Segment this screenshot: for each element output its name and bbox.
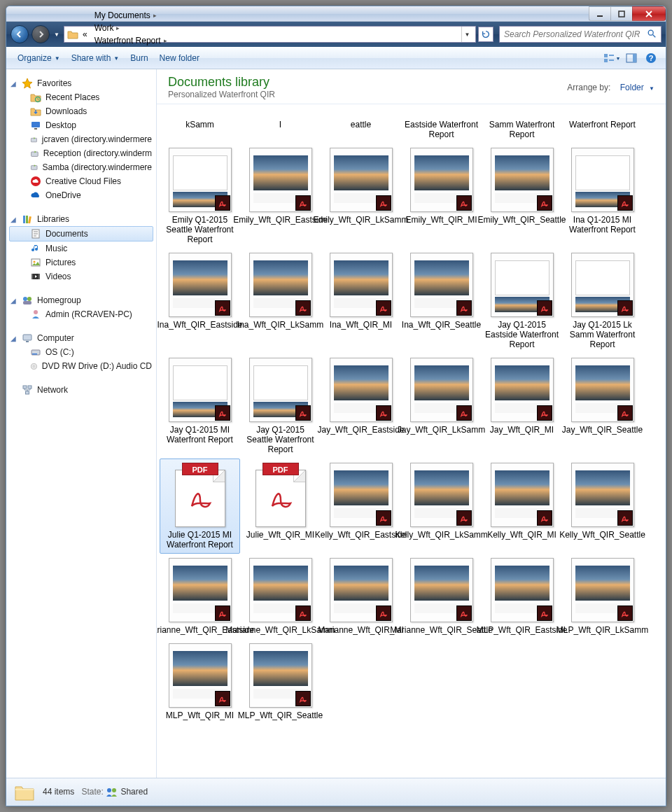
history-drop[interactable]: ▼ xyxy=(52,31,61,38)
crumb[interactable]: Work▸ xyxy=(92,22,211,34)
file-item-header[interactable]: I xyxy=(240,106,321,144)
file-item[interactable]: Kelly_Wft_QIR_Seattle xyxy=(562,458,643,554)
file-item-header[interactable]: eattle xyxy=(321,106,401,144)
newfolder-button[interactable]: New folder xyxy=(154,50,205,66)
sidebar-item[interactable]: Pictures xyxy=(9,255,153,270)
acrobat-icon xyxy=(267,484,295,514)
item-icon xyxy=(30,190,41,201)
search-box[interactable] xyxy=(499,26,662,43)
file-item-header[interactable]: kSamm xyxy=(160,106,240,144)
file-name: MLP_Wft_QIR_Seattle xyxy=(237,710,324,720)
crumb[interactable]: Waterfront Report▸ xyxy=(92,34,211,47)
svg-rect-11 xyxy=(34,128,37,130)
favorites-header[interactable]: ◢Favorites xyxy=(9,76,153,90)
sidebar-item[interactable]: Videos xyxy=(9,270,153,284)
help-button[interactable]: ? xyxy=(642,50,660,66)
network-header[interactable]: ◢Network xyxy=(9,383,153,397)
close-button[interactable] xyxy=(632,6,666,21)
maximize-button[interactable] xyxy=(610,6,633,21)
file-item[interactable]: Kelly_Wft_QIR_MI xyxy=(482,458,562,554)
file-item[interactable]: Emily Q1-2015 Seattle Waterfront Report xyxy=(160,144,240,248)
preview-pane-button[interactable] xyxy=(622,50,640,66)
file-name: I xyxy=(278,120,283,130)
forward-button[interactable] xyxy=(31,25,50,43)
arrange-by[interactable]: Arrange by: Folder ▼ xyxy=(567,83,654,92)
file-item[interactable]: Emily_Wft_QIR_LkSamm xyxy=(321,144,401,248)
file-item[interactable]: Jay Q1-2015 Eastside Waterfront Report xyxy=(482,248,562,354)
svg-point-39 xyxy=(112,788,116,792)
homegroup-group: ◢Homegroup Admin (RCRAVEN-PC) xyxy=(9,293,153,321)
file-name: Kelly_Wft_QIR_LkSamm xyxy=(393,530,489,540)
sidebar-item[interactable]: Music xyxy=(9,241,153,255)
file-item[interactable]: Emily_Wft_QIR_Seattle xyxy=(482,144,562,248)
file-item[interactable]: Ina_Wft_QIR_Seattle xyxy=(401,248,482,354)
homegroup-header[interactable]: ◢Homegroup xyxy=(9,293,153,307)
file-item[interactable]: Emily_Wft_QIR_MI xyxy=(401,144,482,248)
sidebar-item[interactable]: OneDrive xyxy=(9,188,153,202)
file-item[interactable]: PDFJulie Q1-2015 MI Waterfront Report xyxy=(160,458,240,554)
sidebar-item[interactable]: Creative Cloud Files xyxy=(9,174,153,188)
file-item[interactable]: Jay Q1-2015 Lk Samm Waterfront Report xyxy=(562,248,643,354)
file-item[interactable]: Jay_Wft_QIR_Seattle xyxy=(562,354,643,458)
file-thumbnail xyxy=(330,253,393,317)
file-item[interactable]: Jay_Wft_QIR_Eastside xyxy=(321,354,401,458)
minimize-button[interactable] xyxy=(589,6,611,21)
file-item[interactable]: Ina Q1-2015 MI Waterfront Report xyxy=(562,144,643,248)
file-item[interactable]: Jay Q1-2015 Seattle Waterfront Report xyxy=(240,354,321,458)
sidebar-item[interactable]: Samba (directory.windermere xyxy=(9,160,153,174)
svg-point-25 xyxy=(23,297,27,301)
file-item-header[interactable]: Waterfront Report xyxy=(562,106,643,144)
file-item[interactable]: Kelly_Wft_QIR_LkSamm xyxy=(401,458,482,554)
sidebar-item[interactable]: Downloads xyxy=(9,104,153,118)
item-icon xyxy=(30,92,41,103)
file-name: Kelly_Wft_QIR_Seattle xyxy=(558,530,647,540)
sidebar-item[interactable]: Admin (RCRAVEN-PC) xyxy=(9,307,153,321)
breadcrumb-bar[interactable]: « My Documents▸Work▸Waterfront Report▸Pe… xyxy=(64,26,476,43)
pdf-flag: PDF xyxy=(262,463,299,475)
libraries-header[interactable]: ◢Libraries xyxy=(9,212,153,226)
file-item[interactable]: Kelly_Wft_QIR_Eastside xyxy=(321,458,401,554)
file-item-header[interactable]: Samm Waterfront Report xyxy=(482,106,562,144)
search-input[interactable] xyxy=(504,29,647,39)
computer-header[interactable]: ◢Computer xyxy=(9,331,153,345)
sidebar-item[interactable]: DVD RW Drive (D:) Audio CD xyxy=(9,359,153,373)
file-item[interactable]: MLP_Wft_QIR_Seattle xyxy=(240,639,321,724)
crumb[interactable]: My Documents▸ xyxy=(92,9,211,22)
file-item[interactable]: Ina_Wft_QIR_MI xyxy=(321,248,401,354)
acrobat-badge-icon xyxy=(617,510,633,526)
share-button[interactable]: Share with ▼ xyxy=(66,50,125,66)
sidebar-item[interactable]: Documents xyxy=(9,226,153,241)
file-pane-scroll[interactable]: kSammIeattleEastside Waterfront ReportSa… xyxy=(157,104,666,778)
sidebar-item[interactable]: jcraven (directory.windermere xyxy=(9,132,153,146)
svg-rect-29 xyxy=(23,335,31,340)
breadcrumb-drop[interactable]: ▼ xyxy=(461,27,472,42)
file-item[interactable]: PDFJulie_Wft_QIR_MI xyxy=(240,458,321,554)
svg-rect-18 xyxy=(28,216,31,223)
crumb-prefix[interactable]: « xyxy=(80,28,90,41)
file-item-header[interactable]: Eastside Waterfront Report xyxy=(401,106,482,144)
sidebar-item[interactable]: Reception (directory.winderm xyxy=(9,146,153,160)
file-item[interactable]: MLP_Wft_QIR_MI xyxy=(160,639,240,724)
file-item[interactable]: Marianne_Wft_QIR_Seattle xyxy=(401,554,482,639)
file-item[interactable]: Emily_Wft_QIR_Eastside xyxy=(240,144,321,248)
refresh-button[interactable] xyxy=(478,27,493,42)
sidebar-item[interactable]: Desktop xyxy=(9,118,153,132)
file-item[interactable]: Marianne_Wft_QIR_LkSamm xyxy=(240,554,321,639)
back-button[interactable] xyxy=(10,25,29,43)
view-button[interactable]: ▼ xyxy=(603,50,621,66)
file-item[interactable]: MLP_Wft_QIR_Eastside xyxy=(482,554,562,639)
file-name: Jay Q1-2015 Seattle Waterfront Report xyxy=(241,425,319,454)
file-item[interactable]: MLP_Wft_QIR_LkSamm xyxy=(562,554,643,639)
file-item[interactable]: Ina_Wft_QIR_LkSamm xyxy=(240,248,321,354)
file-thumbnail xyxy=(571,558,634,622)
organize-button[interactable]: Organize ▼ xyxy=(12,50,66,66)
file-item[interactable]: Jay_Wft_QIR_LkSamm xyxy=(401,354,482,458)
file-name: Ina Q1-2015 MI Waterfront Report xyxy=(564,215,641,234)
burn-button[interactable]: Burn xyxy=(125,50,153,66)
sidebar-item[interactable]: OS (C:) xyxy=(9,345,153,359)
file-item[interactable]: Ina_Wft_QIR_Eastside xyxy=(160,248,240,354)
file-item[interactable]: Jay_Wft_QIR_MI xyxy=(482,354,562,458)
sidebar-item[interactable]: Recent Places xyxy=(9,90,153,104)
favorites-group: ◢Favorites Recent PlacesDownloadsDesktop… xyxy=(9,76,153,202)
file-item[interactable]: Jay Q1-2015 MI Waterfront Report xyxy=(160,354,240,458)
